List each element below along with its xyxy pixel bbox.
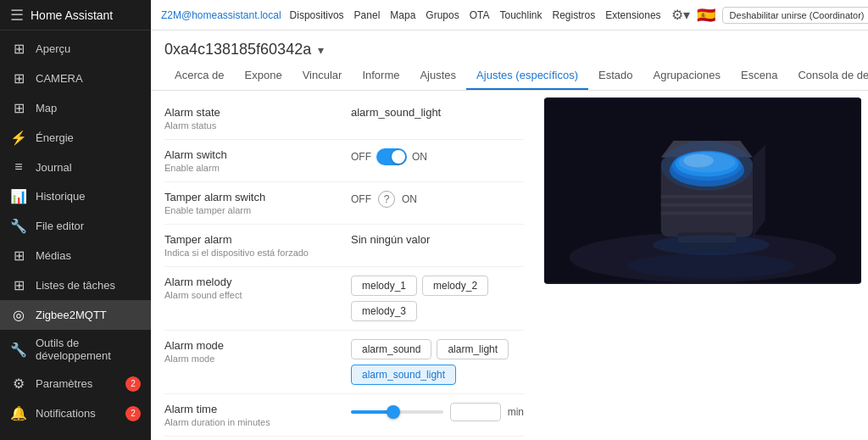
tab-escena[interactable]: Escena: [731, 62, 787, 90]
form-row-alarm_switch: Alarm switch Enable alarm OFF ON: [164, 140, 524, 182]
flag-icon[interactable]: 🇪🇸: [697, 6, 715, 25]
sidebar-item-historique[interactable]: 📊 Historique: [0, 181, 151, 211]
topbar-nav-dispositivos[interactable]: Dispositivos: [287, 6, 348, 25]
sidebar-label-parametres: Paramètres: [36, 377, 92, 390]
slider-container-alarm_time: min: [351, 403, 524, 421]
topbar-homeassistant-link[interactable]: Z2M@homeassistant.local: [161, 9, 281, 21]
label-sub-alarm_melody: Alarm sound effect: [164, 290, 341, 300]
topbar-nav-panel[interactable]: Panel: [351, 6, 384, 25]
sidebar-label-historique: Historique: [36, 190, 86, 203]
chip-melody_3[interactable]: melody_3: [351, 301, 417, 321]
sidebar-item-file-editor[interactable]: 🔧 File editor: [0, 211, 151, 241]
toggle-container-alarm_switch: OFF ON: [351, 148, 427, 165]
sidebar-label-journal: Journal: [36, 161, 72, 174]
tab-estado[interactable]: Estado: [588, 62, 643, 90]
sidebar-items: ⊞ Aperçu ⊞ CAMERA ⊞ Map ⚡ Énergie ≡ Jour…: [0, 31, 151, 440]
value-container-alarm_state: alarm_sound_light: [351, 106, 524, 119]
chips-alarm_mode: alarm_soundalarm_lightalarm_sound_light: [351, 339, 524, 385]
settings-icon[interactable]: ⚙▾: [671, 7, 690, 23]
device-header: 0xa4c138185f60342a ▾: [151, 31, 868, 62]
sidebar-item-listes[interactable]: ⊞ Listes de tâches: [0, 270, 151, 300]
svg-point-16: [653, 235, 770, 255]
label-tamper_alarm: Tamper alarm Indica si el dispositivo es…: [164, 233, 351, 258]
form-row-alarm_mode: Alarm mode Alarm mode alarm_soundalarm_l…: [164, 331, 524, 394]
sidebar-item-apercu[interactable]: ⊞ Aperçu: [0, 34, 151, 64]
label-sub-alarm_state: Alarm status: [164, 120, 341, 131]
toggle-thumb-alarm_switch: [392, 150, 405, 164]
topbar-nav-touchlink[interactable]: Touchlink: [496, 6, 545, 25]
label-title-alarm_switch: Alarm switch: [164, 148, 341, 161]
sidebar-icon-energie: ⚡: [10, 130, 27, 146]
sidebar-header: ☰ Home Assistant: [0, 0, 151, 31]
sidebar-icon-notifications: 🔔: [10, 405, 27, 421]
device-dropdown-icon[interactable]: ▾: [318, 43, 324, 57]
label-alarm_switch: Alarm switch Enable alarm: [164, 148, 351, 173]
topbar-nav-ota[interactable]: OTA: [466, 6, 493, 25]
sidebar-icon-camera: ⊞: [10, 70, 27, 86]
topbar-right: ⚙▾ 🇪🇸 Deshabilitar unirse (Coordinator) …: [671, 6, 868, 25]
sidebar-icon-listes: ⊞: [10, 277, 27, 293]
label-sub-alarm_time: Alarm duration in minutes: [164, 417, 341, 427]
sidebar-item-zigbee2mqtt[interactable]: ◎ Zigbee2MQTT: [0, 300, 151, 330]
app-title: Home Assistant: [31, 8, 113, 22]
toggle-off-label-alarm_switch: OFF: [351, 151, 371, 163]
sidebar-icon-apercu: ⊞: [10, 41, 27, 57]
chips-alarm_melody: melody_1melody_2melody_3: [351, 276, 524, 321]
sidebar-item-energie[interactable]: ⚡ Énergie: [0, 123, 151, 153]
svg-rect-13: [661, 212, 753, 215]
sidebar-label-camera: CAMERA: [36, 72, 83, 85]
label-title-alarm_melody: Alarm melody: [164, 276, 341, 288]
topbar-nav: Z2M@homeassistant.local DispositivosPane…: [161, 6, 665, 25]
sidebar-label-apercu: Aperçu: [36, 42, 70, 55]
tab-agrupaciones[interactable]: Agrupaciones: [643, 62, 732, 90]
topbar-nav-registros[interactable]: Registros: [549, 6, 599, 25]
tab-expone[interactable]: Expone: [235, 62, 292, 90]
sidebar-item-medias[interactable]: ⊞ Médias: [0, 241, 151, 270]
chip-melody_1[interactable]: melody_1: [351, 276, 417, 296]
sidebar-item-map[interactable]: ⊞ Map: [0, 93, 151, 123]
tamper-container-tamper_alarm_switch: OFF ? ON: [351, 191, 417, 208]
slider-input-alarm_time[interactable]: [450, 403, 501, 421]
toggle-on-label-alarm_switch: ON: [412, 151, 427, 163]
tab-consola-de-desarrollo[interactable]: Consola de desarrollo: [787, 62, 868, 90]
sidebar-label-notifications: Notifications: [36, 407, 96, 420]
coordinator-button[interactable]: Deshabilitar unirse (Coordinator): [722, 7, 868, 24]
form-row-alarm_state: Alarm state Alarm status alarm_sound_lig…: [164, 97, 524, 140]
sidebar-item-outils[interactable]: 🔧 Outils de développement: [0, 330, 151, 369]
topbar: Z2M@homeassistant.local DispositivosPane…: [151, 0, 868, 31]
sidebar-item-journal[interactable]: ≡ Journal: [0, 153, 151, 181]
topbar-nav-grupos[interactable]: Grupos: [422, 6, 462, 25]
sidebar-item-camera[interactable]: ⊞ CAMERA: [0, 64, 151, 93]
sidebar-item-notifications[interactable]: 🔔 Notifications 2: [0, 398, 151, 428]
svg-point-17: [627, 253, 794, 279]
slider-track-alarm_time[interactable]: [351, 410, 443, 414]
tab-vincular[interactable]: Vincular: [292, 62, 353, 90]
tamper-question-tamper_alarm_switch[interactable]: ?: [378, 191, 395, 208]
slider-thumb-alarm_time[interactable]: [387, 405, 400, 419]
menu-icon[interactable]: ☰: [10, 6, 24, 25]
topbar-nav-mapa[interactable]: Mapa: [387, 6, 419, 25]
toggle-alarm_switch[interactable]: [376, 148, 407, 165]
tab-informe[interactable]: Informe: [352, 62, 409, 90]
chip-alarm_sound[interactable]: alarm_sound: [351, 339, 431, 359]
chip-melody_2[interactable]: melody_2: [422, 276, 488, 296]
sidebar-label-listes: Listes de tâches: [36, 279, 115, 292]
sidebar-icon-file-editor: 🔧: [10, 218, 27, 234]
tab-ajustes-(específicos)[interactable]: Ajustes (específicos): [466, 62, 588, 90]
topbar-nav-extensiones[interactable]: Extensiones: [602, 6, 664, 25]
slider-unit-alarm_time: min: [508, 406, 524, 418]
sidebar-item-parametres[interactable]: ⚙ Paramètres 2: [0, 369, 151, 398]
sidebar-badge-notifications: 2: [125, 406, 141, 421]
tab-acerca-de[interactable]: Acerca de: [164, 62, 235, 90]
tab-ajustes[interactable]: Ajustes: [409, 62, 466, 90]
sidebar-label-energie: Énergie: [36, 131, 74, 144]
chip-alarm_sound_light[interactable]: alarm_sound_light: [351, 365, 456, 385]
chip-alarm_light[interactable]: alarm_light: [437, 339, 509, 359]
sidebar-badge-parametres: 2: [125, 376, 141, 392]
sidebar-label-medias: Médias: [36, 249, 71, 262]
label-title-alarm_mode: Alarm mode: [164, 339, 341, 352]
label-title-alarm_time: Alarm time: [164, 403, 341, 415]
image-panel: [537, 91, 868, 440]
svg-rect-11: [661, 195, 753, 198]
label-title-tamper_alarm_switch: Tamper alarm switch: [164, 191, 341, 203]
